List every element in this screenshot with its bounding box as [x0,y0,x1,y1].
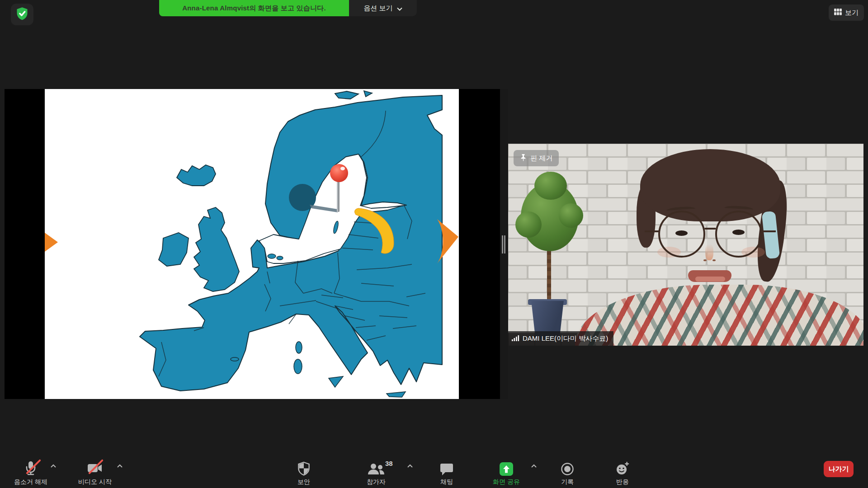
toolbar-item-chat[interactable]: 채팅 [422,459,472,486]
participants-options-chevron[interactable] [407,462,413,470]
grid-view-icon [834,9,842,17]
shield-check-icon [16,7,28,22]
divider-handle-icon [504,235,505,253]
view-options-button[interactable]: 옵션 보기 [349,0,417,16]
prev-slide-arrow[interactable] [45,233,58,252]
glasses-left-lens [658,211,705,258]
leave-meeting-button[interactable]: 나가기 [824,461,854,477]
record-icon [561,459,574,476]
chevron-down-icon [397,5,402,12]
screen-share-banner: Anna-Lena Almqvist의 화면을 보고 있습니다. [159,0,349,16]
banner-text: Anna-Lena Almqvist의 화면을 보고 있습니다. [182,4,326,13]
divider-handle-icon [502,235,503,253]
toolbar-item-video[interactable]: 비디오 시작 [70,459,120,486]
reactions-smiley-icon [615,459,630,476]
toolbar-item-mute[interactable]: 음소거 해제 [6,459,56,486]
view-layout-button[interactable]: 보기 [829,5,864,21]
view-layout-label: 보기 [845,9,859,17]
toolbar-item-share[interactable]: 화면 공유 [481,459,531,486]
screen-share-icon [500,462,513,476]
shared-screen-area [5,89,500,399]
video-label: 비디오 시작 [78,478,112,486]
security-label: 보안 [297,478,310,486]
share-label: 화면 공유 [493,478,520,486]
microphone-muted-icon [25,459,37,476]
mute-label: 음소거 해제 [14,478,47,486]
glasses-right-lens [715,211,762,258]
pushpin-icon [520,154,527,163]
chat-label: 채팅 [440,478,453,486]
shared-slide [45,89,459,399]
camera-off-icon [87,459,103,476]
toolbar-item-security[interactable]: 보안 [279,459,329,486]
toolbar-item-participants[interactable]: 참가자 [351,459,401,486]
mute-options-chevron[interactable] [50,462,57,470]
participants-count: 38 [385,460,393,467]
participants-label: 참가자 [367,478,386,486]
signal-strength-icon [512,335,519,343]
share-options-chevron[interactable] [531,462,537,470]
view-options-label: 옵션 보기 [363,4,392,13]
toolbar-item-record[interactable]: 기록 [542,459,592,486]
remove-pin-label: 핀 제거 [530,154,552,163]
participants-icon [367,459,385,476]
pinned-participant-video[interactable]: 핀 제거 DAMI LEE(이다미 박사수료) [508,144,863,346]
chat-bubble-icon [440,459,453,476]
participant-name-bar: DAMI LEE(이다미 박사수료) [508,331,613,346]
remove-pin-button[interactable]: 핀 제거 [514,150,559,166]
video-options-chevron[interactable] [117,462,123,470]
leave-label: 나가기 [829,465,849,474]
record-label: 기록 [561,478,574,486]
security-shield-icon [297,459,310,476]
participant-name: DAMI LEE(이다미 박사수료) [523,334,608,343]
meeting-security-badge[interactable] [11,4,33,25]
reactions-label: 반응 [616,478,629,486]
panel-divider[interactable] [500,89,508,399]
toolbar-item-reactions[interactable]: 반응 [598,459,647,486]
glasses-bridge [704,228,716,230]
europe-map-with-pin [45,89,459,399]
